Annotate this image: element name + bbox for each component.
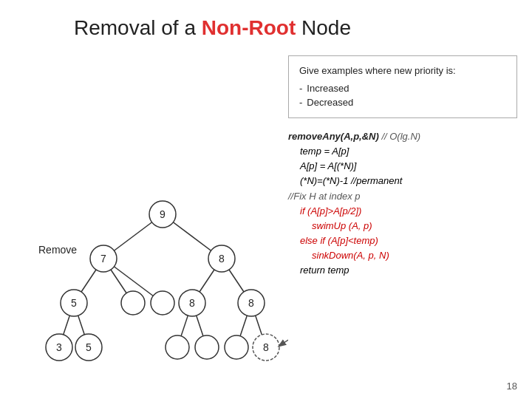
- code-line-8: sinkDown(A, p, N): [288, 248, 525, 263]
- svg-point-15: [166, 335, 189, 359]
- dash-2: -: [299, 95, 302, 110]
- code-line-6: swimUp (A, p): [288, 219, 525, 233]
- svg-text:8: 8: [263, 341, 269, 353]
- code-line-9: return temp: [288, 263, 525, 278]
- svg-line-36: [279, 340, 288, 346]
- info-intro: Give examples where new priority is:: [299, 64, 506, 78]
- svg-point-17: [225, 335, 248, 359]
- code-line-7: else if (A[p]<temp): [288, 233, 525, 248]
- svg-text:8: 8: [189, 297, 195, 309]
- svg-text:3: 3: [56, 341, 62, 353]
- code-section: removeAny(A,p,&N) // O(lg.N) temp = A[p]…: [288, 129, 525, 278]
- svg-point-14: [151, 291, 174, 315]
- tree-svg: 9 7 8 5 8 8 3 5 8: [37, 185, 288, 377]
- code-line-2: temp = A[p]: [288, 144, 525, 159]
- svg-text:5: 5: [71, 297, 77, 309]
- code-comment-fix: //Fix H at index p: [288, 189, 525, 204]
- info-box: Give examples where new priority is: - I…: [288, 55, 517, 118]
- svg-text:7: 7: [100, 253, 106, 265]
- info-decreased-label: Decreased: [307, 95, 353, 110]
- page-number: 18: [507, 381, 517, 392]
- info-item-increased: - Increased: [299, 81, 506, 96]
- svg-text:8: 8: [219, 253, 225, 265]
- info-increased-label: Increased: [307, 81, 349, 96]
- tree-diagram: 9 7 8 5 8 8 3 5 8: [37, 185, 288, 377]
- svg-text:8: 8: [248, 297, 254, 309]
- code-line-3: A[p] = A[(*N)]: [288, 159, 525, 174]
- svg-text:9: 9: [160, 208, 166, 220]
- svg-text:5: 5: [86, 341, 92, 353]
- title-suffix: Node: [296, 16, 351, 39]
- code-line-4: (*N)=(*N)-1 //permanent: [288, 174, 525, 188]
- title-prefix: Removal of a: [74, 16, 202, 39]
- svg-point-16: [195, 335, 219, 359]
- title-highlight: Non-Root: [202, 16, 296, 39]
- svg-point-13: [121, 291, 145, 315]
- code-line-5: if (A[p]>A[p/2]): [288, 204, 525, 219]
- page-title: Removal of a Non-Root Node: [74, 16, 351, 40]
- info-item-decreased: - Decreased: [299, 95, 506, 110]
- code-line-1: removeAny(A,p,&N) // O(lg.N): [288, 129, 525, 144]
- dash-1: -: [299, 81, 302, 96]
